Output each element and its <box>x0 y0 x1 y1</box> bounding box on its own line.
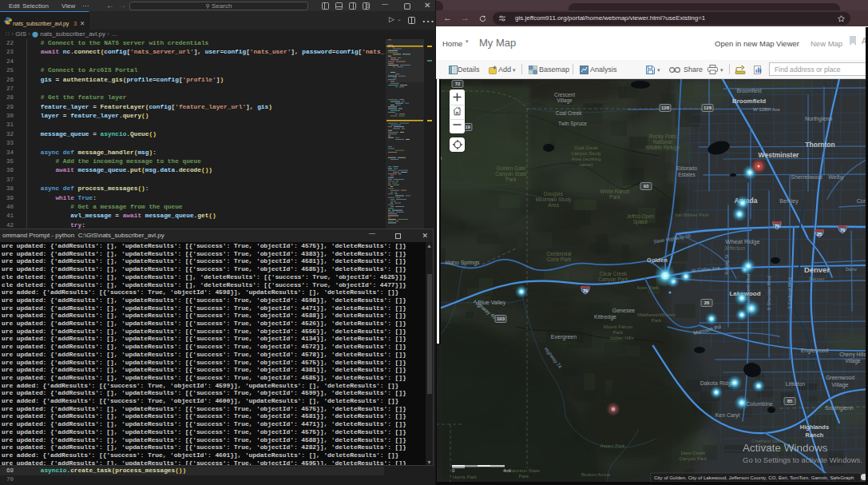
svg-text:Canyon Park: Canyon Park <box>680 456 708 461</box>
svg-text:Southglenn: Southglenn <box>825 405 854 411</box>
svg-text:Harris Park: Harris Park <box>453 475 478 479</box>
svg-text:72: 72 <box>455 81 461 86</box>
svg-text:Area (working: Area (working <box>571 157 600 161</box>
svg-text:Ranch: Ranch <box>806 431 824 439</box>
svg-text:Cherry Hills: Cherry Hills <box>839 352 866 358</box>
svg-text:S Federal Blvd: S Federal Blvd <box>787 277 792 308</box>
svg-text:Berkley: Berkley <box>779 198 799 205</box>
svg-text:Space: Space <box>633 219 648 225</box>
svg-text:Centennial: Centennial <box>546 251 572 256</box>
svg-text:26: 26 <box>704 300 710 305</box>
svg-text:White Ranch: White Ranch <box>600 189 630 194</box>
svg-text:Greenwood: Greenwood <box>826 375 854 380</box>
svg-text:Village: Village <box>557 97 573 104</box>
svg-text:Park: Park <box>519 474 529 479</box>
svg-text:103: 103 <box>497 316 505 321</box>
svg-text:70: 70 <box>583 288 588 293</box>
svg-text:Aspen Park: Aspen Park <box>600 443 625 448</box>
svg-text:Activate Windows: Activate Windows <box>743 442 828 454</box>
svg-text:Park: Park <box>505 177 517 182</box>
svg-text:Deer Creek: Deer Creek <box>681 451 707 455</box>
svg-text:Kittredge: Kittredge <box>594 314 616 320</box>
svg-text:Canyon Study: Canyon Study <box>571 151 601 156</box>
svg-text:70: 70 <box>840 228 845 233</box>
svg-text:Estates: Estates <box>678 172 696 177</box>
svg-text:Welby: Welby <box>828 174 844 181</box>
svg-text:Westminster: Westminster <box>759 151 800 159</box>
svg-text:Golden: Golden <box>647 256 668 264</box>
svg-text:Highlands: Highlands <box>800 423 829 431</box>
svg-text:4mi: 4mi <box>503 468 511 473</box>
svg-text:Wheat Ridge: Wheat Ridge <box>725 238 759 245</box>
svg-text:Golden Gate: Golden Gate <box>497 165 526 171</box>
svg-text:Village: Village <box>832 382 849 388</box>
svg-text:Park: Park <box>652 318 662 323</box>
svg-text:Evergreen: Evergreen <box>551 334 577 340</box>
svg-text:Columbine: Columbine <box>746 401 773 407</box>
svg-text:W 128th Ave: W 128th Ave <box>753 107 781 112</box>
svg-text:Go to Settings to activate Win: Go to Settings to activate Windows. <box>743 455 862 464</box>
svg-text:Park: Park <box>613 330 624 335</box>
svg-text:85: 85 <box>787 399 793 404</box>
svg-text:Mount Falcon: Mount Falcon <box>604 324 632 329</box>
svg-text:Broomfield: Broomfield <box>736 88 761 93</box>
svg-text:Coal Creek: Coal Creek <box>556 110 582 116</box>
svg-text:Matthews/Winters: Matthews/Winters <box>637 312 676 317</box>
svg-text:Apex Park: Apex Park <box>636 285 660 290</box>
svg-text:Twin Spruce: Twin Spruce <box>558 121 587 127</box>
svg-text:name): name) <box>579 162 593 167</box>
svg-text:Coal Creek: Coal Creek <box>574 145 599 150</box>
svg-text:Thornton: Thornton <box>805 141 834 149</box>
svg-text:Broken Arrow: Broken Arrow <box>581 472 611 477</box>
svg-text:Ken Caryl: Ken Caryl <box>715 412 740 419</box>
svg-text:25: 25 <box>817 232 822 237</box>
svg-text:70: 70 <box>775 224 779 229</box>
svg-text:Littleton: Littleton <box>786 381 806 387</box>
svg-text:Genesee: Genesee <box>612 308 636 313</box>
svg-text:Northglenn: Northglenn <box>805 116 832 122</box>
svg-text:Indian Hills: Indian Hills <box>610 336 633 340</box>
svg-text:128: 128 <box>661 105 670 110</box>
svg-text:Englewood: Englewood <box>801 348 829 354</box>
svg-text:Crescent: Crescent <box>554 92 575 97</box>
svg-text:Staunton State: Staunton State <box>508 468 540 473</box>
svg-text:City of Golden, City of Lakewo: City of Golden, City of Lakewood, Jeffer… <box>654 475 854 480</box>
svg-text:Area: Area <box>548 202 559 208</box>
svg-text:Park: Park <box>609 194 620 200</box>
svg-text:S Sheridan Blvd: S Sheridan Blvd <box>767 276 771 310</box>
svg-text:Denv: Denv <box>846 267 857 272</box>
svg-text:Canyon Park: Canyon Park <box>598 276 628 283</box>
svg-text:Village: Village <box>845 358 861 364</box>
svg-text:Denver: Denver <box>804 265 830 274</box>
svg-text:Sherrelwood: Sherrelwood <box>791 174 822 180</box>
svg-text:Van Bibber Park: Van Bibber Park <box>674 213 709 217</box>
svg-text:Kipling St: Kipling St <box>724 254 729 275</box>
svg-text:Eldorado: Eldorado <box>676 165 697 171</box>
svg-text:Denver: Denver <box>809 276 824 281</box>
svg-text:Jefferson: Jefferson <box>724 245 746 251</box>
svg-text:Idaho Springs: Idaho Springs <box>445 260 480 266</box>
svg-text:Cone Park: Cone Park <box>547 256 572 262</box>
svg-text:National: National <box>653 139 672 145</box>
svg-text:93: 93 <box>644 184 649 189</box>
svg-text:Wildlife Refuge: Wildlife Refuge <box>645 145 680 151</box>
svg-text:128: 128 <box>704 105 712 110</box>
svg-text:Broomfield: Broomfield <box>732 97 766 105</box>
svg-text:Clear Creek: Clear Creek <box>600 271 628 276</box>
